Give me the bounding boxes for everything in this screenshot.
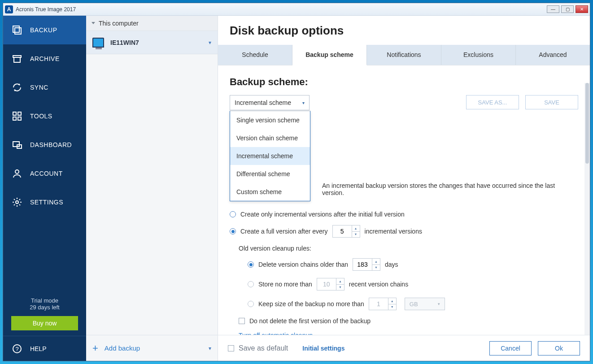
tab-exclusions[interactable]: Exclusions bbox=[441, 45, 516, 65]
full-after-spinner[interactable]: ▲ ▼ bbox=[332, 225, 360, 238]
footer-bar: Save as default Initial settings Cancel … bbox=[218, 335, 590, 361]
window-controls: — ▢ ✕ bbox=[547, 5, 588, 13]
delete-older-spinner[interactable]: ▲ ▼ bbox=[353, 258, 380, 271]
svg-rect-8 bbox=[13, 142, 19, 147]
backup-list-header-label: This computer bbox=[99, 20, 139, 27]
spinner-down-icon[interactable]: ▼ bbox=[352, 231, 360, 238]
app-window: A Acronis True Image 2017 — ▢ ✕ BACKUP A… bbox=[3, 3, 590, 361]
cancel-button[interactable]: Cancel bbox=[489, 341, 532, 355]
size-spinner: ▲ ▼ bbox=[369, 298, 397, 310]
tab-schedule[interactable]: Schedule bbox=[218, 45, 292, 65]
size-unit-select: GB ▾ bbox=[405, 298, 445, 310]
radio-store-no-more[interactable] bbox=[248, 281, 254, 287]
maximize-button[interactable]: ▢ bbox=[561, 5, 574, 13]
rule-delete-suffix: days bbox=[385, 261, 398, 268]
sidebar-item-archive[interactable]: ARCHIVE bbox=[3, 44, 86, 73]
sidebar-label: DASHBOARD bbox=[30, 141, 72, 148]
tab-advanced[interactable]: Advanced bbox=[516, 45, 590, 65]
minimize-button[interactable]: — bbox=[547, 5, 559, 13]
help-icon: ? bbox=[11, 343, 23, 355]
backup-list-column: This computer IE11WIN7 ▾ + Add backup ▾ bbox=[86, 16, 218, 361]
checkbox-no-delete-first[interactable] bbox=[239, 318, 245, 324]
store-input bbox=[317, 278, 336, 290]
spinner-down-icon[interactable]: ▼ bbox=[372, 264, 380, 271]
backup-item[interactable]: IE11WIN7 ▾ bbox=[86, 31, 218, 54]
sidebar-item-tools[interactable]: TOOLS bbox=[3, 102, 86, 130]
sidebar-label: BACKUP bbox=[30, 26, 57, 34]
sidebar-item-account[interactable]: ACCOUNT bbox=[3, 159, 86, 188]
scheme-option-single[interactable]: Single version scheme bbox=[230, 111, 310, 129]
spinner-up-icon: ▲ bbox=[388, 298, 396, 304]
scheme-dropdown: Single version scheme Version chain sche… bbox=[230, 111, 310, 201]
sidebar-label: SETTINGS bbox=[30, 199, 63, 206]
scheme-option-versionchain[interactable]: Version chain scheme bbox=[230, 129, 310, 147]
sidebar-item-sync[interactable]: SYNC bbox=[3, 73, 86, 102]
scheme-select[interactable]: Incremental scheme ▾ Single version sche… bbox=[230, 95, 310, 110]
sidebar-label: ARCHIVE bbox=[30, 55, 60, 62]
close-button[interactable]: ✕ bbox=[576, 5, 588, 13]
caret-down-icon bbox=[92, 22, 95, 24]
size-input bbox=[369, 298, 388, 310]
radio-full-after[interactable] bbox=[230, 228, 236, 234]
rule-store-suffix: recent version chains bbox=[349, 281, 408, 288]
scheme-option-incremental[interactable]: Incremental scheme bbox=[230, 147, 310, 165]
help-label: HELP bbox=[30, 345, 47, 352]
add-backup-label: Add backup bbox=[105, 344, 140, 352]
scheme-option-custom[interactable]: Custom scheme bbox=[230, 183, 310, 201]
delete-older-input[interactable] bbox=[353, 259, 372, 270]
rule-store-prefix: Store no more than bbox=[258, 281, 312, 288]
scheme-option-differential[interactable]: Differential scheme bbox=[230, 165, 310, 183]
backup-item-label: IE11WIN7 bbox=[110, 39, 202, 46]
trial-mode-text: Trial mode bbox=[3, 297, 86, 304]
rule-delete-prefix: Delete version chains older than bbox=[258, 261, 348, 268]
spinner-up-icon[interactable]: ▲ bbox=[372, 259, 380, 264]
turn-off-cleanup-link[interactable]: Turn off automatic cleanup bbox=[239, 332, 578, 335]
tools-icon bbox=[11, 110, 23, 122]
full-after-input[interactable] bbox=[333, 225, 352, 237]
svg-rect-6 bbox=[13, 117, 16, 120]
trial-info: Trial mode 29 days left bbox=[3, 294, 86, 312]
chevron-down-icon: ▾ bbox=[302, 100, 305, 105]
add-backup-button[interactable]: + Add backup ▾ bbox=[86, 335, 218, 361]
checkbox-save-default[interactable] bbox=[228, 345, 234, 351]
sidebar-item-settings[interactable]: SETTINGS bbox=[3, 188, 86, 217]
chevron-down-icon[interactable]: ▾ bbox=[209, 345, 211, 351]
chevron-down-icon: ▾ bbox=[438, 302, 440, 306]
spinner-up-icon: ▲ bbox=[336, 278, 344, 284]
radio-keep-size[interactable] bbox=[248, 301, 254, 307]
vertical-scrollbar[interactable] bbox=[584, 83, 590, 335]
tab-backup-scheme[interactable]: Backup scheme bbox=[292, 45, 367, 65]
backup-list-header[interactable]: This computer bbox=[86, 16, 218, 31]
ok-button[interactable]: Ok bbox=[538, 341, 580, 355]
checkbox-no-delete-first-label: Do not delete the first version of the b… bbox=[249, 317, 371, 325]
rule-size-prefix: Keep size of the backup no more than bbox=[258, 300, 364, 308]
dashboard-icon bbox=[11, 139, 23, 151]
sidebar-item-backup[interactable]: BACKUP bbox=[3, 16, 86, 44]
save-as-button[interactable]: SAVE AS... bbox=[466, 95, 519, 109]
svg-text:?: ? bbox=[15, 346, 18, 352]
sync-icon bbox=[11, 82, 23, 93]
svg-rect-1 bbox=[15, 28, 21, 34]
trial-days-text: 29 days left bbox=[3, 304, 86, 311]
app-logo-icon: A bbox=[5, 5, 13, 13]
scrollbar-thumb[interactable] bbox=[585, 83, 589, 164]
titlebar: A Acronis True Image 2017 — ▢ ✕ bbox=[3, 3, 590, 16]
content-scroll-area: Backup scheme: Incremental scheme ▾ Sing… bbox=[218, 65, 590, 335]
tab-notifications[interactable]: Notifications bbox=[367, 45, 441, 65]
app-title: Acronis True Image 2017 bbox=[16, 6, 76, 13]
app-body: BACKUP ARCHIVE SYNC TOOLS bbox=[3, 16, 590, 361]
store-spinner: ▲ ▼ bbox=[317, 278, 344, 290]
spinner-up-icon[interactable]: ▲ bbox=[352, 225, 360, 231]
buy-now-button[interactable]: Buy now bbox=[11, 316, 78, 330]
radio-only-incremental[interactable] bbox=[230, 211, 236, 217]
radio-delete-older[interactable] bbox=[248, 261, 254, 268]
tab-bar: Schedule Backup scheme Notifications Exc… bbox=[218, 45, 590, 65]
save-button[interactable]: SAVE bbox=[525, 95, 578, 109]
sidebar-item-help[interactable]: ? HELP bbox=[3, 336, 86, 361]
sidebar-item-dashboard[interactable]: DASHBOARD bbox=[3, 130, 86, 159]
cleanup-header: Old version cleanup rules: bbox=[239, 245, 578, 252]
size-unit-value: GB bbox=[410, 301, 418, 308]
initial-settings-button[interactable]: Initial settings bbox=[294, 341, 353, 355]
sidebar-label: ACCOUNT bbox=[30, 170, 63, 177]
chevron-down-icon[interactable]: ▾ bbox=[209, 39, 211, 46]
